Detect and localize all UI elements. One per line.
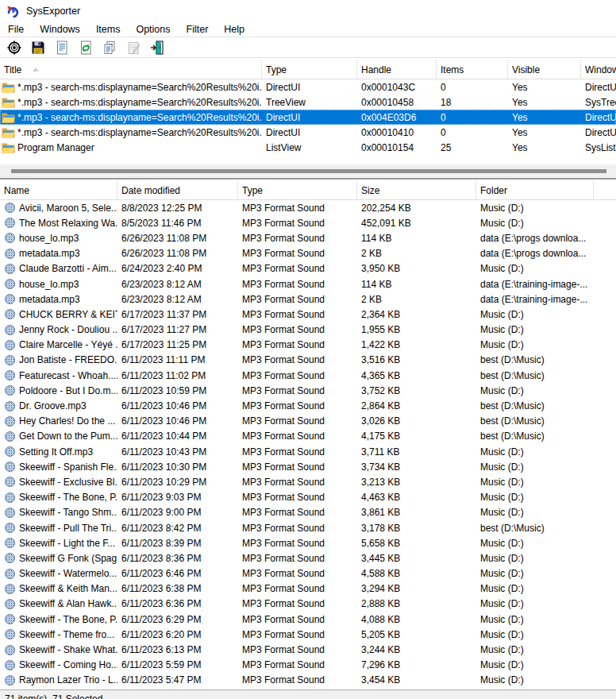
file-list-row[interactable]: Skeewiff - Coming Ho... 6/11/2023 5:59 P… — [0, 658, 616, 673]
file-list-row[interactable]: The Most Relaxing Wa... 8/5/2023 11:46 P… — [0, 215, 616, 230]
column-header-items[interactable]: Items — [437, 60, 508, 79]
file-list-row[interactable]: Skeewiff - Exclusive Bl... 6/11/2023 10:… — [0, 474, 616, 489]
file-type-cell: MP3 Format Sound — [238, 627, 357, 642]
refresh-button[interactable] — [77, 39, 94, 56]
file-name-cell: Skeewiff - Coming Ho... — [19, 659, 117, 670]
column-header-handle[interactable]: Handle — [357, 60, 437, 79]
file-list-row[interactable]: CHUCK BERRY & KEIT... 6/17/2023 11:37 PM… — [0, 307, 616, 322]
file-folder-cell: Music (D:) — [476, 261, 594, 276]
file-size-cell: 2 KB — [357, 292, 476, 307]
file-size-cell: 3,454 KB — [357, 673, 476, 688]
column-header-folder[interactable]: Folder — [476, 181, 594, 199]
window-type-cell: DirectUI — [262, 110, 357, 125]
file-type-cell: MP3 Format Sound — [238, 612, 357, 627]
menu-help[interactable]: Help — [216, 22, 252, 37]
column-header-type[interactable]: Type — [262, 60, 357, 79]
scrollbar-thumb[interactable] — [11, 169, 606, 173]
file-folder-cell: best (D:\Music) — [476, 429, 594, 444]
item-sphere-icon — [5, 614, 15, 624]
file-folder-cell: Music (D:) — [476, 581, 594, 597]
file-date-cell: 6/11/2023 6:38 PM — [117, 581, 238, 597]
column-header-file-type[interactable]: Type — [238, 181, 357, 199]
file-list-row[interactable]: Hey Charles! Do the ... 6/11/2023 10:46 … — [0, 414, 616, 429]
window-list-row[interactable]: *.mp3 - search-ms:displayname=Search%20R… — [0, 125, 616, 140]
file-list-row[interactable]: Skeewiff - Watermelo... 6/11/2023 6:46 P… — [0, 566, 616, 581]
item-sphere-icon — [5, 309, 15, 319]
file-list-row[interactable]: Skeewiff G Fonk (Spag... 6/11/2023 8:36 … — [0, 550, 616, 566]
file-type-cell: MP3 Format Sound — [238, 414, 357, 429]
file-date-cell: 6/11/2023 6:29 PM — [117, 612, 238, 627]
file-folder-cell: Music (D:) — [476, 612, 594, 627]
exit-button[interactable] — [148, 39, 165, 56]
item-sphere-icon — [5, 508, 15, 518]
file-folder-cell: Music (D:) — [476, 535, 594, 550]
file-list-row[interactable]: metadata.mp3 6/23/2023 8:12 AM MP3 Forma… — [0, 292, 616, 307]
copy-icon — [102, 41, 117, 55]
copy-button[interactable] — [101, 39, 117, 56]
pane-splitter[interactable] — [0, 178, 616, 180]
menu-filter[interactable]: Filter — [179, 22, 217, 37]
file-list-row[interactable]: Skeewiff - Tango Shm... 6/11/2023 9:00 P… — [0, 505, 616, 520]
file-size-cell: 2,864 KB — [357, 398, 476, 413]
file-list-row[interactable]: Jenny Rock - Douliou ... 6/17/2023 11:27… — [0, 322, 616, 338]
file-type-cell: MP3 Format Sound — [238, 383, 357, 398]
save-button[interactable] — [29, 39, 46, 56]
column-header-title[interactable]: Title — [0, 60, 262, 79]
file-list-row[interactable]: metadata.mp3 6/26/2023 11:08 PM MP3 Form… — [0, 246, 616, 261]
file-name-cell: Featurecast - Whoah.... — [19, 370, 117, 381]
column-header-date-modified[interactable]: Date modified — [117, 181, 238, 199]
file-folder-cell: Music (D:) — [476, 550, 594, 566]
file-list-row[interactable]: Skeewiff - Spanish Fle... 6/11/2023 10:3… — [0, 459, 616, 474]
file-list-row[interactable]: Claire Marcelle - Yéyé ... 6/17/2023 11:… — [0, 338, 616, 353]
report-button[interactable] — [53, 39, 70, 56]
column-header-size[interactable]: Size — [357, 181, 476, 199]
window-handle-cell: 0x00010410 — [357, 125, 437, 140]
file-list-row[interactable]: house_lo.mp3 6/26/2023 11:08 PM MP3 Form… — [0, 230, 616, 245]
column-header-name[interactable]: Name — [0, 181, 117, 199]
file-list-row[interactable]: Skeewiff & Alan Hawk... 6/11/2023 6:36 P… — [0, 597, 616, 612]
window-list-row[interactable]: *.mp3 - search-ms:displayname=Search%20R… — [0, 79, 616, 95]
file-list-row[interactable]: Raymon Lazer Trio - L... 6/11/2023 5:47 … — [0, 673, 616, 688]
menu-options[interactable]: Options — [128, 22, 178, 37]
file-list-row[interactable]: Avicii, Maroon 5, Sele... 8/8/2023 12:25… — [0, 200, 616, 215]
file-type-cell: MP3 Format Sound — [238, 658, 357, 673]
top-pane-horizontal-scrollbar[interactable] — [0, 164, 616, 178]
window-list-row[interactable]: *.mp3 - search-ms:displayname=Search%20R… — [0, 110, 616, 125]
file-list-row[interactable]: Skeewiff - Light the F... 6/11/2023 8:39… — [0, 535, 616, 550]
file-list-row[interactable]: Skeewiff - Pull The Tri... 6/11/2023 8:4… — [0, 520, 616, 535]
file-list-row[interactable]: Skeewiff - Theme fro... 6/11/2023 6:20 P… — [0, 627, 616, 642]
file-date-cell: 6/11/2023 10:46 PM — [117, 414, 238, 429]
window-list-row[interactable]: *.mp3 - search-ms:displayname=Search%20R… — [0, 95, 616, 110]
window-items-cell: 0 — [437, 125, 508, 140]
file-date-cell: 6/11/2023 11:02 PM — [117, 368, 238, 383]
menu-items[interactable]: Items — [88, 22, 129, 37]
target-capture-button[interactable] — [6, 39, 22, 56]
file-date-cell: 6/11/2023 5:59 PM — [117, 658, 238, 673]
file-list-row[interactable]: Skeewiff - The Bone, P... 6/11/2023 9:03… — [0, 490, 616, 505]
window-items-cell: 18 — [437, 95, 508, 110]
file-list-row[interactable]: Get Down to the Pum... 6/11/2023 10:44 P… — [0, 429, 616, 444]
file-list-row[interactable]: Poldoore - But I Do.m... 6/11/2023 10:59… — [0, 383, 616, 398]
file-list-row[interactable]: Featurecast - Whoah.... 6/11/2023 11:02 … — [0, 368, 616, 383]
menu-windows[interactable]: Windows — [32, 22, 88, 37]
column-header-visible[interactable]: Visible — [508, 60, 581, 79]
file-list-row[interactable]: Claude Barzotti - Aim... 6/24/2023 2:40 … — [0, 261, 616, 276]
column-header-window[interactable]: Window — [581, 60, 616, 79]
file-type-cell: MP3 Format Sound — [238, 642, 357, 657]
file-date-cell: 6/11/2023 8:42 PM — [117, 520, 238, 535]
file-list-row[interactable]: Skeewiff - Shake What... 6/11/2023 6:13 … — [0, 642, 616, 657]
menu-file[interactable]: File — [0, 22, 32, 37]
file-list-row[interactable]: Jon Batiste - FREEDO... 6/11/2023 11:11 … — [0, 353, 616, 368]
file-list-row[interactable]: Setting It Off.mp3 6/11/2023 10:43 PM MP… — [0, 444, 616, 459]
file-type-cell: MP3 Format Sound — [238, 292, 357, 307]
window-list-row[interactable]: Program Manager ListView 0x00010154 25 Y… — [0, 140, 616, 155]
bottom-pane-header: Name Date modified Type Size Folder — [0, 181, 616, 200]
file-list-row[interactable]: Dr. Groove.mp3 6/11/2023 10:46 PM MP3 Fo… — [0, 398, 616, 413]
file-list-row[interactable]: Skeewiff - The Bone, P... 6/11/2023 6:29… — [0, 612, 616, 627]
folder-icon — [2, 82, 15, 93]
file-list-row[interactable]: house_lo.mp3 6/23/2023 8:12 AM MP3 Forma… — [0, 276, 616, 292]
file-list-row[interactable]: Skeewiff & Keith Man... 6/11/2023 6:38 P… — [0, 581, 616, 597]
file-type-cell: MP3 Format Sound — [238, 550, 357, 566]
toolbar — [0, 37, 616, 58]
file-size-cell: 3,244 KB — [357, 642, 476, 657]
